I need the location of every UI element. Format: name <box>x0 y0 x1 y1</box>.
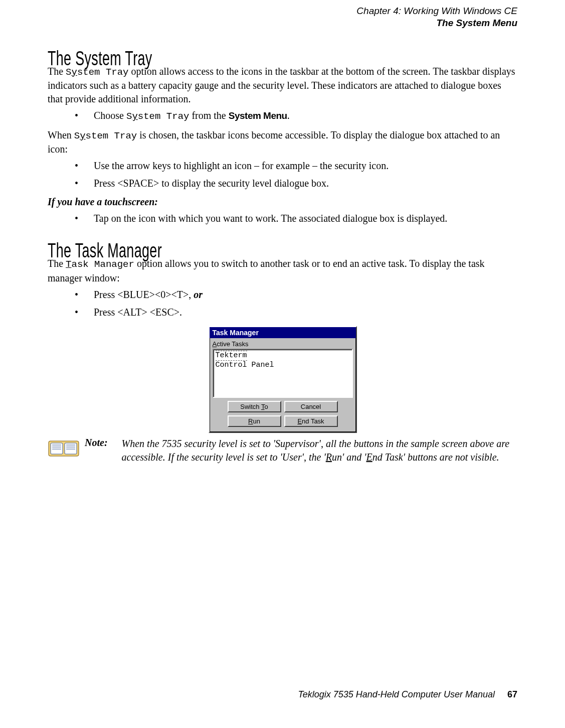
note-icon <box>48 438 80 461</box>
li-choose-system-tray: Choose System Tray from the System Menu. <box>75 109 517 123</box>
run-button[interactable]: Run <box>228 415 281 427</box>
tm-task-list[interactable]: Tekterm Control Panel <box>213 349 353 398</box>
header-chapter: Chapter 4: Working With Windows CE <box>48 5 517 17</box>
header-section: The System Menu <box>48 17 517 29</box>
tm-window: Task Manager Active Tasks Tekterm Contro… <box>209 326 357 433</box>
li-press-alt-esc: Press <ALT> <ESC>. <box>75 306 517 319</box>
end-task-button[interactable]: End Task <box>284 415 338 427</box>
p-system-tray-2: When System Tray is chosen, the taskbar … <box>48 128 517 157</box>
tm-body: Active Tasks Tekterm Control Panel Switc… <box>210 338 356 432</box>
heading-system-tray: The System Tray <box>48 47 517 71</box>
page-footer: Teklogix 7535 Hand-Held Computer User Ma… <box>298 689 517 700</box>
heading-task-manager: The Task Manager <box>48 239 517 263</box>
note-block: Note: When the 7535 security level is se… <box>48 437 517 464</box>
menu-name-system-menu: System Menu <box>229 110 287 121</box>
task-manager-screenshot: Task Manager Active Tasks Tekterm Contro… <box>48 326 517 433</box>
code-system-tray-3: System Tray <box>74 130 137 141</box>
tm-button-row: Switch To Cancel Run End Task <box>213 398 353 428</box>
note-text: When the 7535 security level is set to '… <box>122 437 517 464</box>
li-tap-icon: Tap on the icon with which you want to w… <box>75 212 517 225</box>
tm-active-tasks-label: Active Tasks <box>213 340 353 348</box>
li-press-space: Press <SPACE> to display the security le… <box>75 177 517 190</box>
page-number: 67 <box>507 689 517 699</box>
code-system-tray-2: System Tray <box>126 111 189 122</box>
p-system-tray-1: The System Tray option allows access to … <box>48 65 517 106</box>
footer-title: Teklogix 7535 Hand-Held Computer User Ma… <box>298 689 495 699</box>
svg-rect-2 <box>65 443 77 454</box>
li-arrow-keys: Use the arrow keys to highlight an icon … <box>75 159 517 173</box>
p-touchscreen-heading: If you have a touchscreen: <box>48 195 517 209</box>
tm-list-item-control-panel[interactable]: Control Panel <box>216 361 350 370</box>
note-label: Note: <box>85 437 117 449</box>
switch-to-button[interactable]: Switch To <box>228 401 281 412</box>
li-press-blue: Press <BLUE><0><T>, or <box>75 288 517 302</box>
cancel-button[interactable]: Cancel <box>284 401 338 412</box>
tm-titlebar: Task Manager <box>210 327 356 338</box>
svg-rect-1 <box>51 443 63 454</box>
list-system-tray-steps: Use the arrow keys to highlight an icon … <box>48 159 517 190</box>
page-header: Chapter 4: Working With Windows CE The S… <box>48 0 517 29</box>
list-touchscreen: Tap on the icon with which you want to w… <box>48 212 517 225</box>
tm-list-item-tekterm[interactable]: Tekterm <box>216 351 247 361</box>
list-task-manager-keys: Press <BLUE><0><T>, or Press <ALT> <ESC>… <box>48 288 517 319</box>
list-system-tray-choose: Choose System Tray from the System Menu. <box>48 109 517 123</box>
